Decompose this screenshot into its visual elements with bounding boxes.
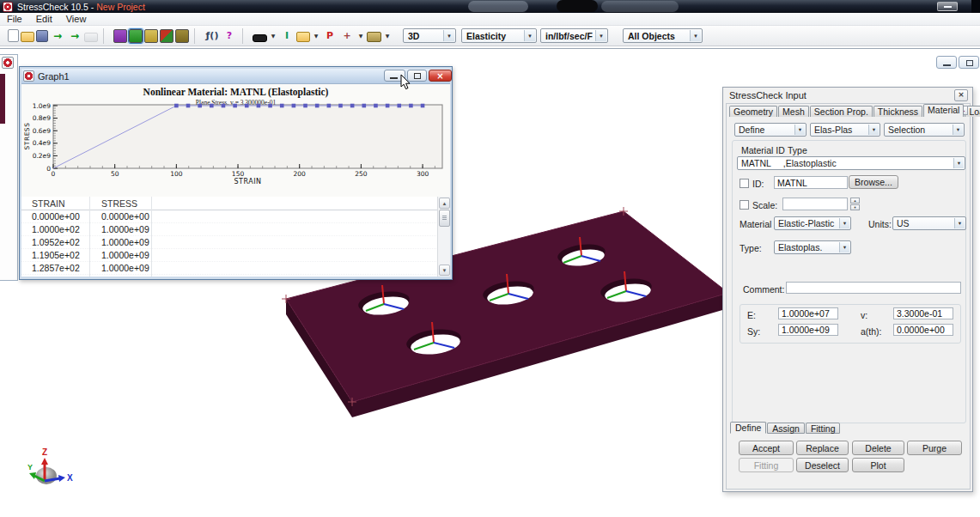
view-mode-value: 3D: [408, 31, 419, 41]
browse-button[interactable]: Browse...: [849, 175, 898, 189]
id-input[interactable]: [774, 176, 848, 189]
dropdown-caret-icon[interactable]: ▼: [269, 28, 277, 43]
table-row[interactable]: 1.0952e+021.0000e+09: [21, 236, 450, 249]
menu-bar: FileEditView: [0, 13, 980, 26]
view-mode-select[interactable]: 3D ▼: [403, 28, 456, 43]
scroll-up-icon[interactable]: ▲: [439, 198, 450, 209]
svg-text:0: 0: [52, 170, 56, 178]
purge-button[interactable]: Purge: [907, 441, 962, 455]
import-file-icon[interactable]: →: [50, 28, 65, 43]
section-beam-icon[interactable]: I: [279, 28, 295, 43]
new-file-icon[interactable]: [8, 29, 19, 42]
table-header: STRAIN STRESS: [21, 197, 450, 210]
scrollbar-thumb[interactable]: [439, 210, 450, 227]
tab-geometry[interactable]: Geometry: [729, 106, 777, 117]
points-icon[interactable]: P: [322, 28, 338, 43]
ath-input[interactable]: [893, 324, 953, 336]
open-file-icon[interactable]: [21, 32, 34, 42]
table-row[interactable]: 0.0000e+000.0000e+00: [21, 210, 450, 223]
svg-text:300: 300: [417, 170, 429, 178]
svg-text:200: 200: [294, 170, 307, 178]
id-checkbox[interactable]: [740, 179, 749, 188]
e-input[interactable]: [778, 307, 838, 319]
toolbox-icon[interactable]: [175, 29, 189, 43]
x-axis-label: X: [67, 473, 73, 483]
table-body: 0.0000e+000.0000e+00 1.0000e+021.0000e+0…: [21, 210, 450, 275]
button-row-2: FittingDeselectPlot: [727, 458, 970, 472]
action-select[interactable]: Define ▼: [734, 123, 807, 137]
analysis-type-select[interactable]: Elasticity ▼: [461, 28, 537, 43]
glass-reflection: [468, 1, 528, 12]
panel-close-button[interactable]: ×: [954, 89, 968, 101]
table-row[interactable]: 1.0000e+021.0000e+09: [21, 223, 450, 236]
subtab-fitting[interactable]: Fitting: [806, 423, 841, 434]
delete-button[interactable]: Delete: [852, 441, 904, 455]
window-minimize-button[interactable]: [937, 2, 958, 11]
subtab-assign[interactable]: Assign: [767, 423, 805, 434]
help-icon[interactable]: ?: [222, 28, 237, 43]
graph1-titlebar[interactable]: Graph1 ×: [21, 69, 450, 83]
scale-checkbox[interactable]: [740, 200, 749, 210]
formula-info-icon[interactable]: ƒ(): [204, 28, 220, 43]
tab-thickness[interactable]: Thickness: [873, 106, 922, 117]
units-label: Units:: [868, 219, 892, 229]
object-filter-select[interactable]: All Objects ▼: [623, 28, 703, 43]
comment-input[interactable]: [786, 282, 961, 294]
svg-text:0.2e9: 0.2e9: [33, 152, 52, 160]
id-label: ID:: [752, 179, 764, 189]
material-law-select[interactable]: Elas-Plas ▼: [810, 123, 880, 137]
material-type-select[interactable]: Elastoplas. ▼: [774, 240, 851, 254]
dropdown-caret-icon[interactable]: ▼: [312, 28, 320, 43]
toolbar-separator: [103, 28, 109, 44]
display-grid-icon[interactable]: [129, 29, 143, 43]
svg-text:0.6e9: 0.6e9: [33, 127, 52, 135]
results-icon[interactable]: [160, 29, 173, 43]
subtab-define[interactable]: Define: [730, 422, 766, 434]
layers-folder-icon[interactable]: [296, 32, 310, 42]
material-list-combo[interactable]: MATNL ,Elastoplastic ▼: [737, 156, 965, 170]
ath-label: a(th):: [861, 326, 882, 337]
replace-button[interactable]: Replace: [796, 441, 849, 455]
units-system-select[interactable]: US ▼: [892, 216, 966, 230]
scale-spinner[interactable]: ▲ ▼: [850, 198, 860, 210]
material-id-column-label: Material ID: [741, 145, 785, 155]
save-file-icon[interactable]: [36, 30, 48, 42]
menu-view[interactable]: View: [59, 13, 94, 26]
chevron-down-icon: ▼: [595, 30, 606, 41]
svg-text:0: 0: [46, 165, 51, 173]
select-display-mode-icon[interactable]: [253, 34, 267, 42]
selection-mode-select[interactable]: Selection ▼: [884, 123, 965, 137]
window-title: StressCheck 10.5 - New Project: [17, 2, 145, 12]
table-scrollbar[interactable]: ▲ ▼: [437, 197, 450, 277]
tab-material[interactable]: Material: [923, 104, 964, 117]
chevron-down-icon: ▼: [953, 158, 964, 168]
menu-edit[interactable]: Edit: [29, 13, 59, 26]
snapshot-icon[interactable]: [367, 32, 381, 42]
menu-file[interactable]: File: [0, 13, 29, 26]
model-view-icon[interactable]: [113, 29, 127, 43]
table-row[interactable]: 1.2857e+021.0000e+09: [21, 262, 450, 275]
scale-input[interactable]: [782, 198, 848, 210]
tab-mesh[interactable]: Mesh: [778, 106, 809, 117]
material-model-select[interactable]: Elastic-Plastic ▼: [774, 216, 851, 230]
plot-button[interactable]: Plot: [852, 458, 904, 472]
dropdown-caret-icon[interactable]: ▼: [383, 28, 392, 43]
stresscheck-input-panel: StressCheck Input × GeometryMeshSection …: [722, 87, 973, 492]
export-file-icon[interactable]: →: [67, 28, 82, 43]
material-label: Material: [740, 219, 771, 229]
z-axis-label: Z: [42, 447, 47, 457]
dropdown-caret-icon[interactable]: ▼: [356, 28, 365, 43]
handbook-icon[interactable]: [144, 29, 158, 43]
deselect-button[interactable]: Deselect: [796, 458, 849, 472]
nu-input[interactable]: [893, 307, 953, 319]
window-corner: [971, 0, 980, 13]
scroll-down-icon[interactable]: ▼: [439, 265, 450, 276]
table-row[interactable]: 1.1905e+021.0000e+09: [21, 249, 450, 262]
units-select[interactable]: in/lbf/sec/F ▼: [540, 28, 608, 43]
sy-input[interactable]: [778, 324, 838, 336]
axes-icon[interactable]: +: [339, 28, 355, 43]
object-filter-value: All Objects: [628, 31, 675, 41]
tab-section-prop[interactable]: Section Prop.: [810, 106, 873, 117]
accept-button[interactable]: Accept: [739, 441, 794, 455]
graph1-close-button[interactable]: ×: [429, 70, 452, 82]
